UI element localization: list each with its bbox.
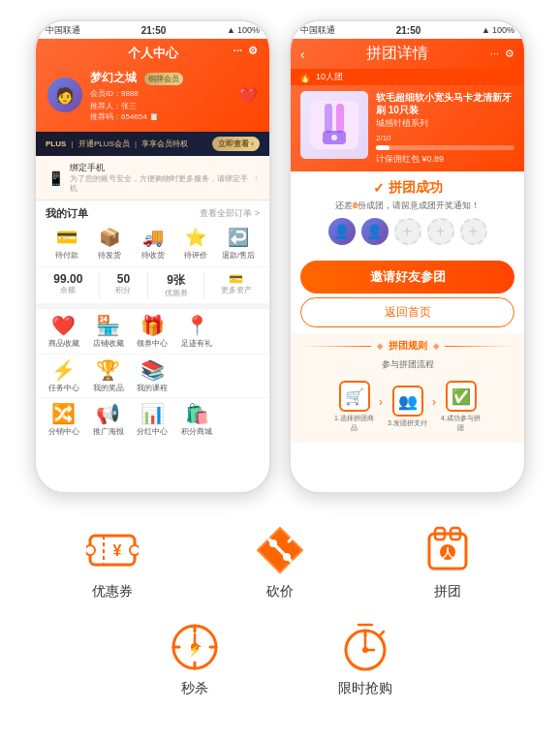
prize-label: 我的奖品 — [93, 384, 124, 393]
user-info: 🧑 梦幻之城 铜牌会员 会员ID：8888 推荐人：张三 推荐码：654654 … — [47, 68, 258, 122]
status-bar-2: 中国联通 21:50 ▲ 100% — [291, 21, 524, 39]
step-2-icon: 👥 — [392, 386, 423, 417]
header-icons-1: ··· ⚙ — [233, 45, 258, 57]
bargain-feature[interactable]: 砍价 — [253, 523, 307, 601]
step-3: ✅ 4.成功参与拼团 — [439, 381, 482, 433]
phone2-header-icons: ··· ⚙ — [490, 47, 514, 60]
avatar-1: 👤 — [328, 218, 356, 245]
order-item-ship[interactable]: 📦 待发货 — [88, 227, 131, 261]
coupon-center-icon: 🎁 — [140, 314, 165, 337]
receive-label: 待收货 — [141, 250, 165, 261]
more-icon[interactable]: ··· — [490, 47, 499, 60]
prize-icon: 🏆 — [96, 358, 120, 382]
coupon-svg: ¥ — [86, 524, 139, 576]
settings-icon[interactable]: ⚙ — [248, 45, 258, 57]
service-product-collect[interactable]: ❤️ 商品收藏 — [44, 314, 84, 349]
review-icon: ⭐ — [185, 227, 206, 248]
service-footprint[interactable]: 📍 足迹有礼 — [176, 314, 217, 349]
price-label: 计保佣红包 ¥0.89 — [376, 154, 444, 164]
service-empty-1 — [221, 314, 262, 349]
limited-time-feature[interactable]: 限时抢购 — [338, 620, 392, 697]
progress-text: 2/10 — [376, 134, 391, 142]
phone-icon: 📱 — [47, 170, 64, 186]
group-buy-feature[interactable]: 人 拼团 — [420, 523, 475, 601]
balance-money[interactable]: 99.00 余额 — [53, 272, 82, 298]
points-mall-label: 积分商城 — [181, 427, 212, 437]
avatar-2: 👤 — [361, 218, 389, 245]
bind-arrow-icon: › — [255, 172, 258, 183]
time-2: 21:50 — [396, 25, 421, 36]
return-icon: ↩️ — [228, 227, 249, 248]
share-icon[interactable]: ⚙ — [505, 47, 514, 60]
back-home-button[interactable]: 返回首页 — [300, 297, 514, 327]
plus-btn[interactable]: 立即查看 › — [212, 137, 260, 151]
user-code: 推荐码：654654 📋 — [90, 111, 231, 122]
orders-section: 我的订单 查看全部订单 > 💳 待付款 📦 待发货 🚚 待收货 ⭐ — [36, 201, 269, 266]
balance-label: 余额 — [53, 286, 82, 295]
ship-label: 待发货 — [98, 250, 121, 261]
dividend-icon: 📊 — [140, 402, 165, 425]
task-label: 任务中心 — [48, 384, 79, 393]
balance-more[interactable]: 💳 更多资产 — [221, 272, 252, 298]
order-item-review[interactable]: ⭐ 待评价 — [174, 227, 217, 261]
coupon-center-label: 领券中心 — [137, 339, 168, 349]
bind-phone-row[interactable]: 📱 绑定手机 为了您的账号安全，方便购物时更多服务，请绑定手机 › — [36, 156, 269, 201]
service-dividend[interactable]: 📊 分红中心 — [133, 402, 173, 437]
services-grid-2: ⚡ 任务中心 🏆 我的奖品 📚 我的课程 — [36, 354, 269, 397]
svg-rect-2 — [336, 104, 344, 133]
service-distribution[interactable]: 🔀 分销中心 — [44, 402, 84, 437]
group-svg: 人 — [421, 524, 474, 576]
points-label: 积分 — [115, 286, 131, 295]
receive-icon: 🚚 — [142, 227, 164, 248]
battery-1: ▲ 100% — [227, 25, 260, 35]
service-shop-collect[interactable]: 🏪 店铺收藏 — [88, 314, 129, 349]
status-bar-1: 中国联通 21:50 ▲ 100% — [36, 21, 269, 39]
heart-icon[interactable]: ❤️ — [238, 86, 258, 105]
service-poster[interactable]: 📢 推广海报 — [88, 402, 129, 437]
service-task[interactable]: ⚡ 任务中心 — [44, 358, 84, 393]
course-label: 我的课程 — [137, 384, 168, 393]
balance-coupons[interactable]: 9张 优惠券 — [165, 272, 188, 298]
order-item-receive[interactable]: 🚚 待收货 — [131, 227, 173, 261]
service-coupon-center[interactable]: 🎁 领券中心 — [133, 314, 173, 349]
invite-button[interactable]: 邀请好友参团 — [300, 261, 514, 294]
order-item-pay[interactable]: 💳 待付款 — [46, 227, 88, 261]
product-collect-label: 商品收藏 — [48, 339, 79, 349]
page-title-1: 个人中心 ··· ⚙ — [47, 45, 258, 62]
product-brand: 城感针植系列 — [376, 118, 514, 130]
points-amount: 50 — [115, 272, 131, 286]
coupon-feature[interactable]: ¥ 优惠券 — [85, 523, 140, 601]
product-banner: 软毛超细软小宽头马卡龙清新牙刷 10只装 城感针植系列 2/10 计保佣红包 ¥… — [291, 85, 524, 171]
highlight-count: 8 — [353, 201, 358, 210]
service-empty-4 — [221, 402, 262, 437]
plus-text: PLUS | 开通PLUS会员 | 享享会员特权 — [46, 139, 188, 149]
rules-title-text: 拼团规则 — [389, 339, 427, 353]
points-mall-icon: 🛍️ — [185, 402, 209, 425]
check-icon: ✓ — [373, 180, 385, 196]
flash-sale-feature[interactable]: ⚡ 秒杀 — [168, 620, 222, 697]
back-button[interactable]: ‹ — [300, 46, 305, 62]
step-1-icon: 🛒 — [339, 381, 370, 412]
service-points-mall[interactable]: 🛍️ 积分商城 — [176, 402, 217, 437]
success-title: ✓ 拼团成功 — [302, 179, 513, 197]
product-illustration — [305, 96, 363, 154]
svg-point-4 — [331, 135, 337, 140]
order-item-return[interactable]: ↩️ 退款/售后 — [217, 227, 260, 261]
service-prize[interactable]: 🏆 我的奖品 — [88, 358, 129, 393]
balance-points[interactable]: 50 积分 — [115, 272, 131, 298]
user-name: 梦幻之城 — [90, 71, 137, 84]
service-course[interactable]: 📚 我的课程 — [133, 358, 173, 393]
plus-banner[interactable]: PLUS | 开通PLUS会员 | 享享会员特权 立即查看 › — [36, 132, 269, 156]
svg-point-13 — [269, 540, 277, 547]
rules-diamond-right: ◆ — [433, 342, 439, 351]
menu-icon[interactable]: ··· — [233, 45, 242, 57]
step-2-label: 3.发团拼支付 — [386, 418, 429, 428]
view-all-orders[interactable]: 查看全部订单 > — [200, 207, 260, 220]
bind-subtitle: 为了您的账号安全，方便购物时更多服务，请绑定手机 — [70, 174, 255, 194]
pay-icon: 💳 — [56, 227, 78, 248]
success-text: 拼团成功 — [389, 179, 443, 197]
group-badge: 🔥 10人团 — [291, 69, 524, 85]
svg-line-36 — [380, 632, 384, 635]
carrier-2: 中国联通 — [300, 24, 335, 37]
footprint-label: 足迹有礼 — [181, 339, 212, 349]
